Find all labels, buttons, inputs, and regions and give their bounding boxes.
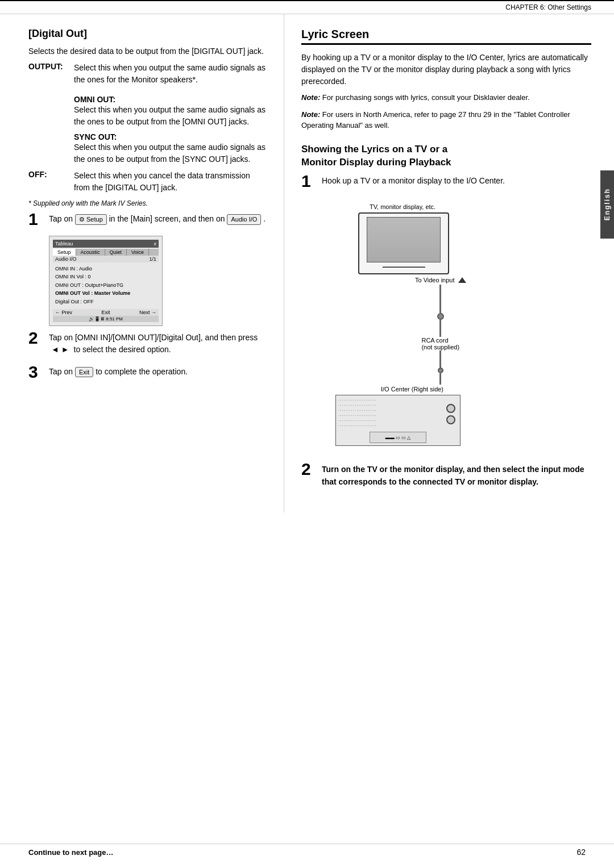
step1-number: 1	[28, 211, 49, 228]
step3-text-after: to complete the operation.	[96, 367, 188, 376]
page-footer: Continue to next page… 62	[0, 844, 614, 857]
cable-section: To Video input RCA cord (not supplied)	[415, 277, 591, 385]
io-conn1	[446, 404, 455, 413]
screen-footer: ← Prev Exit Next →	[53, 309, 159, 316]
right-step2-row: 2 Turn on the TV or the monitor display,…	[301, 463, 591, 491]
exit-btn: Exit	[75, 367, 93, 378]
footnote: * Supplied only with the Mark IV Series.	[28, 198, 267, 208]
diagram-tv-label: TV, monitor display, etc.	[370, 203, 591, 210]
chapter-label: CHAPTER 6: Other Settings	[505, 3, 591, 11]
step1-row: 1 Tap on ⚙ Setup in the [Main] screen, a…	[28, 213, 267, 228]
omni-out-block: OMNI OUT: Select this when you output th…	[28, 95, 267, 128]
off-text: Select this when you cancel the data tra…	[74, 170, 267, 194]
rca-label-block: RCA cord (not supplied)	[421, 337, 459, 350]
setup-label: Setup	[86, 216, 103, 223]
output-text: Select this when you output the same aud…	[74, 62, 267, 86]
cable-wire1	[439, 285, 441, 313]
tv-box: ━━━━━━━━━━━━━━━	[358, 212, 449, 274]
right-column: Lyric Screen By hooking up a TV or a mon…	[284, 14, 614, 512]
lyric-intro: By hooking up a TV or a monitor display …	[301, 52, 591, 87]
right-step1-row: 1 Hook up a TV or a monitor display to t…	[301, 175, 591, 190]
heading-line2: Monitor Display during Playback	[301, 157, 451, 168]
sync-out-label: SYNC OUT:	[74, 132, 267, 141]
screen-tab-quiet: Quiet	[105, 249, 127, 256]
setup-icon: ⚙	[79, 216, 85, 223]
right-step1-text: Hook up a TV or a monitor display to the…	[322, 175, 591, 187]
rca-label2: (not supplied)	[421, 344, 459, 350]
screen-topbar: Tableau x	[53, 240, 159, 248]
io-panel-detail: ▬▬ ▭ ▭ △	[385, 435, 411, 440]
io-bottom-panel: ▬▬ ▭ ▭ △	[370, 432, 426, 443]
screen-line4: OMNI OUT Vol : Master Volume	[55, 289, 156, 297]
screen-header-right: 1/1	[149, 256, 156, 262]
note1-label: Note:	[301, 93, 320, 102]
step3-text-before: Tap on	[49, 367, 73, 376]
exit-btn-label: Exit	[79, 369, 89, 375]
screen-tab-acoustic: Acoustic	[76, 249, 105, 256]
note2-label: Note:	[301, 110, 320, 119]
cable-wire4	[439, 373, 441, 385]
sync-out-text: Select this when you output the same aud…	[74, 141, 267, 165]
screen-title: Tableau	[55, 241, 73, 247]
screen-close-icon: x	[154, 241, 157, 247]
cable-wire3	[439, 350, 441, 368]
page-number: 62	[576, 848, 586, 857]
arrow-icons: ◄ ►	[51, 344, 69, 356]
left-column: [Digital Out] Selects the desired data t…	[0, 14, 284, 512]
step2-content: Tap on [OMNI IN]/[OMNI OUT]/[Digital Out…	[49, 332, 267, 358]
screen-body: OMNI IN : Audio OMNI IN Vol : 0 OMNI OUT…	[53, 262, 159, 308]
cable-wire2	[439, 320, 441, 337]
right-step2-content: Turn on the TV or the monitor display, a…	[322, 463, 591, 491]
off-label: OFF:	[28, 170, 74, 194]
note2: Note: For users in North America, refer …	[301, 109, 591, 131]
io-conn2	[446, 415, 455, 424]
connector1	[437, 313, 444, 320]
screen-btn-exit: Exit	[101, 310, 110, 315]
off-block: OFF: Select this when you cancel the dat…	[28, 170, 267, 194]
diagram-area: TV, monitor display, etc. ━━━━━━━━━━━━━━…	[301, 198, 591, 454]
step1-text-before: Tap on	[49, 214, 73, 223]
screen-line1: OMNI IN : Audio	[55, 265, 156, 273]
right-step2-text: Turn on the TV or the monitor display, a…	[322, 463, 591, 489]
io-dots-left: ········································…	[338, 398, 377, 428]
right-step1-content: Hook up a TV or a monitor display to the…	[322, 175, 591, 189]
showing-lyrics-heading: Showing the Lyrics on a TV or a Monitor …	[301, 143, 591, 170]
chapter-header: CHAPTER 6: Other Settings	[0, 0, 614, 14]
screen-tabs: Setup Acoustic Quiet Voice	[53, 249, 159, 256]
right-step1-number: 1	[301, 173, 322, 190]
video-label-row: To Video input	[415, 277, 466, 283]
screen-tab-voice: Voice	[127, 249, 149, 256]
output-block: OUTPUT: Select this when you output the …	[28, 62, 267, 90]
note1-text: For purchasing songs with lyrics, consul…	[322, 93, 530, 102]
lyric-screen-title: Lyric Screen	[301, 28, 591, 45]
audio-io-label: Audio I/O	[231, 216, 257, 223]
io-center-box: ········································…	[335, 395, 460, 446]
sync-out-block: SYNC OUT: Select this when you output th…	[28, 132, 267, 165]
rca-label: RCA cord	[421, 337, 448, 344]
digital-out-intro: Selects the desired data to be output fr…	[28, 45, 267, 57]
step3-content: Tap on Exit to complete the operation.	[49, 366, 267, 380]
step1-text: Tap on ⚙ Setup in the [Main] screen, and…	[49, 213, 267, 225]
io-center-label: I/O Center (Right side)	[381, 386, 591, 393]
tv-screen	[367, 217, 441, 262]
note2-text: For users in North America, refer to pag…	[301, 110, 570, 130]
screen-header-left: Audio I/O	[55, 256, 77, 262]
digital-out-title: [Digital Out]	[28, 28, 267, 40]
setup-icon-btn: ⚙ Setup	[75, 214, 107, 225]
heading-line1: Showing the Lyrics on a TV or a	[301, 144, 447, 155]
step2-row: 2 Tap on [OMNI IN]/[OMNI OUT]/[Digital O…	[28, 332, 267, 358]
step2-text-main: Tap on [OMNI IN]/[OMNI OUT]/[Digital Out…	[49, 333, 258, 342]
screen-line2: OMNI IN Vol : 0	[55, 273, 156, 281]
step1-text-after: .	[263, 214, 265, 223]
step3-row: 3 Tap on Exit to complete the operation.	[28, 366, 267, 381]
audio-io-btn: Audio I/O	[227, 214, 261, 225]
screen-header: Audio I/O 1/1	[53, 256, 159, 262]
cable-col: To Video input RCA cord (not supplied)	[415, 277, 466, 385]
note1: Note: For purchasing songs with lyrics, …	[301, 92, 591, 103]
step2-text2: to select the desired option.	[74, 345, 171, 354]
screen-btn-next: Next →	[139, 310, 156, 315]
step2-number: 2	[28, 329, 49, 347]
page-content: [Digital Out] Selects the desired data t…	[0, 14, 614, 512]
step1-text-middle: in the [Main] screen, and then on	[109, 214, 225, 223]
english-label: English	[603, 188, 611, 220]
